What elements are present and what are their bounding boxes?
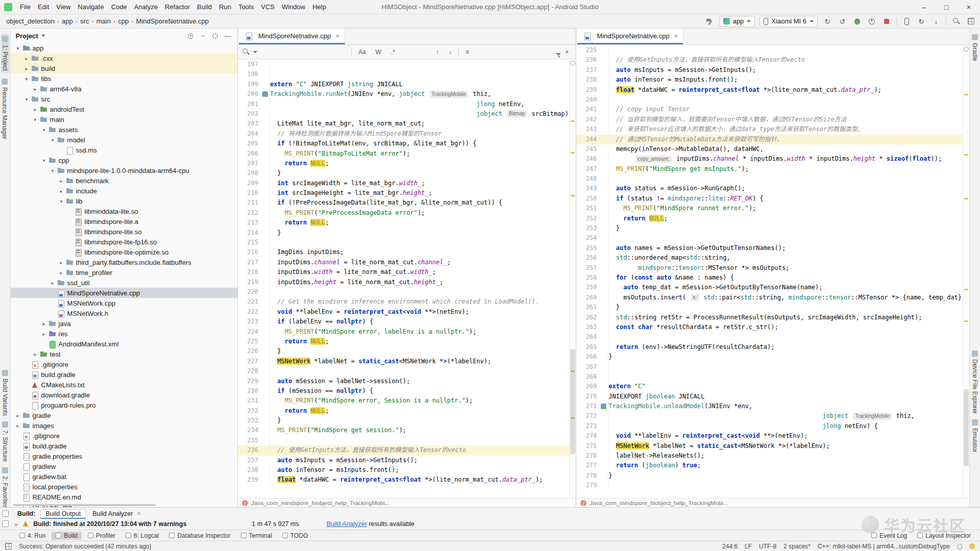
maximize-button[interactable]: □: [935, 0, 958, 14]
code-line-221[interactable]: 221 // Get the mindsore inference enviro…: [238, 297, 576, 307]
code-line-204[interactable]: 204 // 将待检测图片数据转换为输入MindSpore模型的Tensor: [238, 129, 576, 139]
code-line-250[interactable]: 250 if (status != mindspore::lite::RET_O…: [576, 194, 969, 204]
device-manager-icon[interactable]: [901, 16, 912, 27]
menu-build[interactable]: Build: [193, 3, 215, 11]
tree-item-time-profiler[interactable]: ▸time_profiler: [11, 267, 237, 278]
menu-analyze[interactable]: Analyze: [131, 3, 161, 11]
tool-window-button-profiler[interactable]: Profiler: [84, 532, 119, 540]
editor-tab[interactable]: MindSporeNetnative.cpp ×: [239, 29, 345, 44]
status-message[interactable]: Success: Operation succeeded (42 minutes…: [19, 543, 151, 550]
build-analyzer-link[interactable]: Build Analyzer: [327, 520, 367, 528]
tree-arrow-icon[interactable]: ▸: [15, 413, 21, 418]
close-tab-icon[interactable]: ×: [335, 32, 339, 40]
tree-item-app[interactable]: ▾app: [11, 43, 237, 53]
code-line-238[interactable]: 238 auto inTensor = msInputs.front();: [576, 75, 969, 85]
code-line-205[interactable]: 205 if (!BitmapToLiteMat(env, srcBitmap,…: [238, 139, 576, 148]
minimize-button[interactable]: –: [913, 0, 935, 14]
match-case-toggle[interactable]: Aa: [355, 47, 369, 57]
code-line-259[interactable]: 259 auto temp_dat = mSession->GetOutputB…: [576, 283, 969, 292]
tree-item-src[interactable]: ▾src: [11, 94, 237, 104]
sync-gradle-icon[interactable]: ↻: [916, 16, 926, 27]
code-line-201[interactable]: 201 jlong netEnv,: [238, 99, 576, 109]
code-line-212[interactable]: 212 MS_PRINT("PreProcessImageData error"…: [238, 208, 576, 218]
code-line-235[interactable]: 235: [238, 436, 576, 445]
project-structure-icon[interactable]: [966, 16, 976, 27]
tool-window-button-event-log[interactable]: Event Log: [867, 532, 911, 540]
tree-item-benchmark[interactable]: ▸benchmark: [11, 176, 237, 186]
tree-item-include[interactable]: ▸include: [11, 186, 237, 196]
code-line-266[interactable]: 266}: [576, 352, 969, 362]
profile-icon[interactable]: [867, 16, 877, 27]
tree-item--gitignore[interactable]: .gitignore: [11, 359, 237, 369]
code-line-239[interactable]: 239 float *dataHWC = reinterpret_cast<fl…: [238, 475, 576, 485]
regex-toggle[interactable]: .*: [388, 47, 398, 57]
code-line-270[interactable]: 270JNIEXPORT jboolean JNICALL: [576, 392, 969, 402]
code-line-235[interactable]: 235: [576, 45, 969, 55]
tree-arrow-icon[interactable]: ▸: [32, 86, 39, 92]
tool-stripe-gradle[interactable]: Gradle: [971, 34, 978, 61]
code-line-275[interactable]: 275 MSNetWork *labelNet = static_cast<MS…: [576, 441, 969, 451]
ide-errors-icon[interactable]: [969, 543, 975, 549]
tree-arrow-icon[interactable]: ▾: [32, 117, 39, 122]
scrollbar-thumb[interactable]: [964, 389, 969, 466]
tree-arrow-icon[interactable]: ▾: [50, 168, 56, 173]
code-line-233[interactable]: 233 }: [238, 416, 576, 425]
hide-panel-icon[interactable]: —: [223, 31, 232, 40]
close-tab-icon[interactable]: ×: [137, 510, 140, 517]
tree-arrow-icon[interactable]: ▾: [23, 76, 30, 82]
code-line-238[interactable]: 238 auto inTensor = msInputs.front();: [238, 465, 576, 475]
device-dropdown[interactable]: Xiaomi MI 6: [760, 16, 818, 27]
code-line-197[interactable]: 197: [238, 60, 576, 69]
code-line-230[interactable]: 230 if (mSession == nullptr) {: [238, 386, 576, 396]
code-line-269[interactable]: 269extern "C": [576, 382, 969, 391]
tree-item-lib[interactable]: ▾lib: [11, 196, 237, 206]
code-line-253[interactable]: 253 }: [576, 223, 969, 233]
code-line-211[interactable]: 211 if (!PreProcessImageData(lite_mat_bg…: [238, 198, 576, 208]
tree-item-cmakelists-txt[interactable]: CMakeLists.txt: [11, 380, 237, 390]
code-line-237[interactable]: 237 auto msInputs = mSession->GetInputs(…: [576, 65, 969, 75]
close-find-bar-icon[interactable]: ×: [562, 47, 572, 57]
code-line-215[interactable]: 215: [238, 238, 576, 247]
tool-stripe-1-project[interactable]: 1: Project: [1, 34, 9, 73]
inspections-widget-icon[interactable]: [964, 46, 969, 52]
build-hammer-icon[interactable]: [704, 16, 715, 27]
tool-window-button-6-logcat[interactable]: 6: Logcat: [121, 532, 163, 540]
tree-arrow-icon[interactable]: ▸: [58, 178, 65, 184]
breadcrumb-item[interactable]: app: [60, 17, 75, 25]
tree-arrow-icon[interactable]: ▸: [58, 270, 65, 276]
close-tab-icon[interactable]: ×: [674, 32, 678, 40]
code-line-198[interactable]: 198: [238, 69, 576, 79]
tree-item-test[interactable]: ▸test: [11, 349, 237, 359]
code-line-272[interactable]: 272 jobject TrackingMobile thiz,: [576, 411, 969, 421]
apply-changes-icon[interactable]: ↻: [822, 16, 832, 27]
tab-build-analyzer[interactable]: Build Analyzer ×: [88, 510, 145, 518]
code-line-242[interactable]: 242 // 当获取到模型的输入，就需要向Tensor中填入数据，通过MSTen…: [576, 115, 969, 124]
breadcrumb-item[interactable]: main: [94, 17, 113, 25]
code-line-265[interactable]: 265 return (env)->NewStringUTF(resultCha…: [576, 342, 969, 352]
tree-item-ssd-ms[interactable]: ssd.ms: [11, 145, 237, 155]
tree-item-gradle-properties[interactable]: gradle.properties: [11, 451, 237, 461]
code-line-222[interactable]: 222 void **labelEnv = reinterpret_cast<v…: [238, 307, 576, 317]
code-line-223[interactable]: 223 if (labelEnv == nullptr) {: [238, 317, 576, 327]
inspections-widget-icon[interactable]: [570, 61, 575, 66]
code-line-268[interactable]: 268: [576, 372, 969, 382]
tree-item-download-gradle[interactable]: download.gradle: [11, 390, 237, 400]
tree-item-arm64-v8a[interactable]: ▸arm64-v8a: [11, 84, 237, 94]
tree-item-androidtest[interactable]: ▸androidTest: [11, 104, 237, 114]
code-line-210[interactable]: 210 int srcImageHeight = lite_mat_bgr.he…: [238, 188, 576, 198]
tree-item-gradle[interactable]: ▸gradle: [11, 410, 237, 420]
tree-arrow-icon[interactable]: ▸: [58, 188, 65, 194]
tree-item-build[interactable]: ▸build: [11, 63, 237, 73]
collapse-all-icon[interactable]: −: [199, 31, 208, 40]
code-line-224[interactable]: 224 MS_PRINT("MindSpore error, labelEnv …: [238, 327, 576, 337]
code-line-227[interactable]: 227 MSNetWork *labelNet = static_cast<MS…: [238, 357, 576, 366]
debug-icon[interactable]: [852, 16, 862, 27]
tree-item-androidmanifest-xml[interactable]: AndroidManifest.xml: [11, 339, 237, 349]
scrollbar-thumb[interactable]: [570, 349, 575, 454]
code-line-260[interactable]: 260 msOutputs.insert( x: std::pair<std::…: [576, 293, 969, 303]
code-line-248[interactable]: 248: [576, 174, 969, 184]
tree-item-cpp[interactable]: ▾cpp: [11, 155, 237, 165]
code-line-225[interactable]: 225 return NULL;: [238, 337, 576, 346]
breadcrumb-item[interactable]: MindSporeNetnative.cpp: [134, 17, 211, 25]
tree-item-libmindspore-lite-optimize-so[interactable]: libmindspore-lite-optimize.so: [11, 247, 237, 257]
